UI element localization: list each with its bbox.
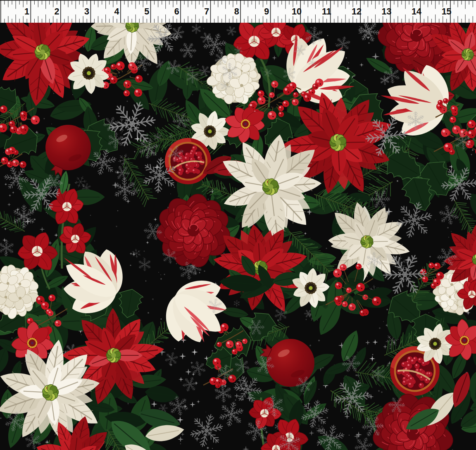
svg-text:8: 8 [234, 7, 239, 17]
svg-text:2: 2 [55, 7, 60, 17]
svg-text:3: 3 [84, 7, 89, 17]
svg-text:10: 10 [292, 7, 302, 17]
svg-text:7: 7 [204, 7, 209, 17]
svg-text:13: 13 [382, 7, 392, 17]
svg-text:9: 9 [264, 7, 269, 17]
svg-text:4: 4 [114, 7, 119, 17]
svg-text:12: 12 [352, 7, 362, 17]
svg-text:14: 14 [412, 7, 421, 17]
svg-text:6: 6 [174, 7, 179, 17]
svg-text:5: 5 [144, 7, 149, 17]
svg-text:11: 11 [322, 7, 331, 17]
svg-text:15: 15 [442, 7, 452, 17]
svg-text:1: 1 [24, 7, 29, 17]
